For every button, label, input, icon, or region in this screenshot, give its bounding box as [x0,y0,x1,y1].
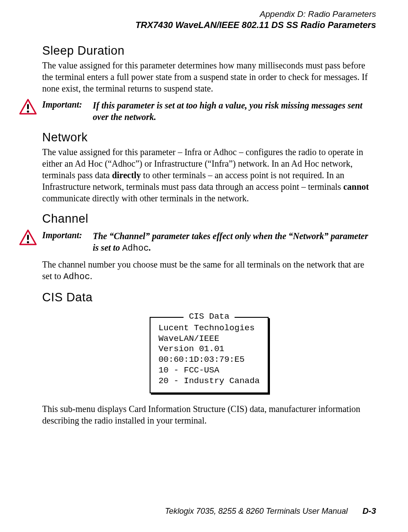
paragraph-cis: This sub-menu displays Card Information … [42,403,376,426]
important-label: Important: [42,100,82,110]
page: Appendix D: Radio Parameters TRX7430 Wav… [0,0,408,532]
page-footer: Teklogix 7035, 8255 & 8260 Terminals Use… [165,506,376,516]
paragraph-network: The value assigned for this parameter – … [42,146,376,204]
cis-line: 20 - Industry Canada [158,376,260,387]
cis-line: WaveLAN/IEEE [158,334,260,344]
bold-directly: directly [112,170,141,180]
warning-icon [19,99,37,115]
important-text: If this parameter is set at too high a v… [93,100,376,123]
important-channel: Important: The “Channel” parameter takes… [42,230,376,254]
important-label: Important: [42,230,82,240]
code-adhoc: Adhoc [122,243,149,253]
text: . [90,271,92,281]
bold-cannot: cannot [343,182,369,192]
paragraph-channel: The channel number you choose must be th… [42,259,376,283]
section-line: TRX7430 WaveLAN/IEEE 802.11 DS SS Radio … [42,20,376,31]
cis-line: 00:60:1D:03:79:E5 [158,355,260,365]
heading-cis-data: CIS Data [42,291,376,304]
appendix-line: Appendix D: Radio Parameters [42,9,376,20]
text: communicate directly with other terminal… [42,193,249,203]
important-sleep: Important: If this parameter is set at t… [42,100,376,123]
paragraph-sleep: The value assigned for this parameter de… [42,60,376,94]
svg-point-2 [27,110,29,112]
text: . [149,243,151,252]
cis-data-box: CIS Data Lucent Technologies WaveLAN/IEE… [150,317,269,394]
cis-line: 10 - FCC-USA [158,365,260,376]
svg-rect-4 [27,235,29,240]
page-number: D-3 [362,506,376,516]
heading-network: Network [42,131,376,144]
cis-box-wrap: CIS Data Lucent Technologies WaveLAN/IEE… [42,311,376,394]
cis-legend: CIS Data [183,312,234,322]
svg-point-5 [27,241,29,243]
svg-rect-1 [27,104,29,109]
cis-line: Version 01.01 [158,344,260,355]
heading-channel: Channel [42,212,376,226]
warning-icon [19,229,37,245]
code-adhoc: Adhoc [63,272,90,282]
manual-name: Teklogix 7035, 8255 & 8260 Terminals Use… [165,507,348,516]
important-text: The “Channel” parameter takes effect onl… [93,230,376,254]
heading-sleep-duration: Sleep Duration [42,44,376,58]
cis-line: Lucent Technologies [158,323,260,334]
page-header: Appendix D: Radio Parameters TRX7430 Wav… [42,9,376,31]
